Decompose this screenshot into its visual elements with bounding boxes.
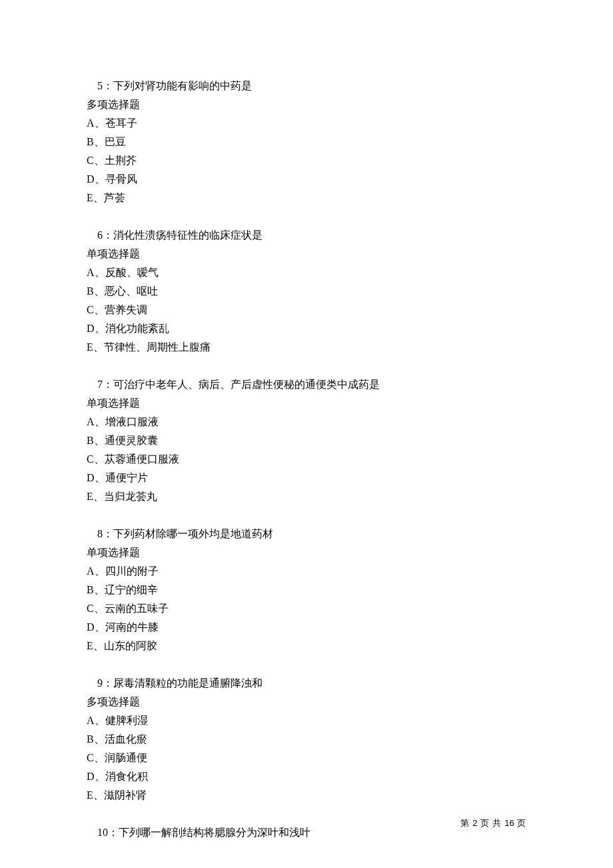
option-c: C、土荆芥: [87, 151, 526, 170]
question-type: 多项选择题: [87, 693, 526, 711]
question-prompt: 9：尿毒清颗粒的功能是通腑降浊和: [87, 674, 526, 693]
option-b: B、活血化瘀: [87, 730, 526, 749]
question-5: 5：下列对肾功能有影响的中药是 多项选择题 A、苍耳子 B、巴豆 C、土荆芥 D…: [87, 77, 526, 207]
option-d: D、寻骨风: [87, 170, 526, 189]
option-d: D、消化功能紊乱: [87, 319, 526, 338]
option-b: B、恶心、呕吐: [87, 282, 526, 301]
option-d: D、通便宁片: [87, 469, 526, 487]
question-type: 多项选择题: [87, 95, 526, 114]
option-e: E、山东的阿胶: [87, 637, 526, 655]
question-9: 9：尿毒清颗粒的功能是通腑降浊和 多项选择题 A、健脾利湿 B、活血化瘀 C、润…: [87, 674, 526, 805]
option-e: E、当归龙荟丸: [87, 487, 526, 506]
option-a: A、苍耳子: [87, 114, 526, 133]
option-e: E、芦荟: [87, 189, 526, 207]
option-a: A、反酸、嗳气: [87, 263, 526, 282]
option-d: D、河南的牛膝: [87, 618, 526, 637]
option-c: C、苁蓉通便口服液: [87, 450, 526, 469]
question-prompt: 6：消化性溃疡特征性的临床症状是: [87, 226, 526, 245]
option-b: B、巴豆: [87, 133, 526, 151]
footer-suffix: 页: [514, 818, 526, 828]
question-prompt: 7：可治疗中老年人、病后、产后虚性便秘的通便类中成药是: [87, 375, 526, 394]
option-c: C、营养失调: [87, 301, 526, 319]
option-a: A、四川的附子: [87, 562, 526, 581]
footer-prefix: 第: [460, 818, 472, 828]
question-7: 7：可治疗中老年人、病后、产后虚性便秘的通便类中成药是 单项选择题 A、增液口服…: [87, 375, 526, 506]
question-prompt: 5：下列对肾功能有影响的中药是: [87, 77, 526, 95]
question-6: 6：消化性溃疡特征性的临床症状是 单项选择题 A、反酸、嗳气 B、恶心、呕吐 C…: [87, 226, 526, 357]
question-type: 单项选择题: [87, 245, 526, 263]
page-footer: 第 2 页 共 16 页: [460, 816, 526, 831]
option-a: A、健脾利湿: [87, 711, 526, 730]
option-e: E、滋阴补肾: [87, 786, 526, 805]
option-b: B、通便灵胶囊: [87, 431, 526, 450]
question-type: 单项选择题: [87, 394, 526, 413]
option-c: C、云南的五味子: [87, 599, 526, 618]
option-b: B、辽宁的细辛: [87, 581, 526, 599]
option-c: C、润肠通便: [87, 749, 526, 767]
question-prompt: 8：下列药材除哪一项外均是地道药材: [87, 525, 526, 543]
question-8: 8：下列药材除哪一项外均是地道药材 单项选择题 A、四川的附子 B、辽宁的细辛 …: [87, 525, 526, 655]
footer-total-pages: 16: [504, 818, 514, 828]
option-e: E、节律性、周期性上腹痛: [87, 338, 526, 357]
option-d: D、消食化积: [87, 767, 526, 786]
page: 5：下列对肾功能有影响的中药是 多项选择题 A、苍耳子 B、巴豆 C、土荆芥 D…: [0, 0, 613, 868]
footer-page-number: 2: [472, 818, 477, 828]
option-a: A、增液口服液: [87, 413, 526, 431]
question-type: 单项选择题: [87, 543, 526, 562]
footer-mid: 页 共: [478, 818, 505, 828]
